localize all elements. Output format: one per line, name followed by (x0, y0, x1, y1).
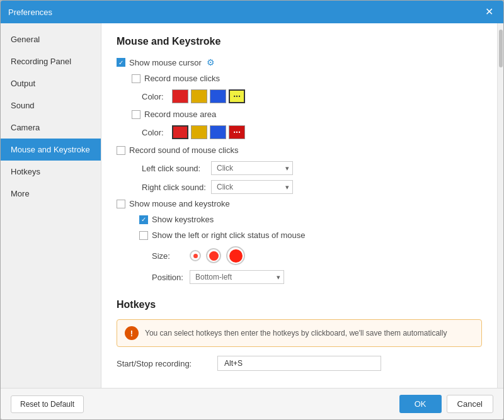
color-more-2[interactable]: ··· (229, 125, 245, 139)
show-keystrokes-checkbox[interactable] (139, 215, 148, 224)
right-click-sound-dropdown-wrapper: Click (211, 180, 293, 194)
left-click-sound-dropdown[interactable]: Click (211, 161, 293, 175)
show-keystrokes-label: Show keystrokes (152, 215, 214, 224)
size-small[interactable] (190, 250, 201, 261)
record-mouse-area-checkbox[interactable] (132, 110, 140, 119)
size-label: Size: (152, 251, 190, 261)
sidebar-item-camera[interactable]: Camera (1, 116, 101, 139)
record-mouse-clicks-row: Record mouse clicks (132, 74, 482, 83)
scrollbar-track[interactable] (497, 23, 503, 388)
show-mouse-keystroke-label: Show mouse and keystroke (129, 199, 230, 208)
color-swatch-blue-2[interactable] (210, 125, 226, 139)
hotkeys-section-title: Hotkeys (117, 299, 482, 310)
color-row-1: Color: ··· (142, 89, 482, 103)
sidebar-item-sound[interactable]: Sound (1, 94, 101, 116)
dialog-body: General Recording Panel Output Sound Cam… (1, 23, 503, 388)
right-click-sound-label: Right click sound: (142, 183, 211, 192)
position-label: Position: (152, 273, 190, 282)
close-button[interactable]: ✕ (483, 6, 496, 18)
left-click-sound-row: Left click sound: Click (142, 161, 482, 175)
show-keystrokes-row: Show keystrokes (139, 215, 482, 224)
show-lr-click-row: Show the left or right click status of m… (139, 230, 482, 240)
footer-right: OK Cancel (399, 395, 493, 413)
sidebar-item-hotkeys[interactable]: Hotkeys (1, 161, 101, 183)
scrollbar-thumb[interactable] (499, 30, 503, 67)
record-mouse-area-row: Record mouse area (132, 110, 482, 119)
main-scroll-area: Mouse and Keystroke Show mouse cursor ⚙ … (101, 23, 503, 388)
start-stop-row: Start/Stop recording: (117, 356, 482, 371)
color-swatch-yellow-2[interactable] (191, 125, 207, 139)
main-content: Mouse and Keystroke Show mouse cursor ⚙ … (101, 23, 497, 388)
color-more-1[interactable]: ··· (229, 89, 245, 103)
left-click-sound-label: Left click sound: (142, 164, 211, 173)
info-icon: ! (125, 326, 139, 340)
record-sound-checkbox[interactable] (117, 146, 125, 155)
show-mouse-cursor-checkbox[interactable] (117, 58, 125, 67)
color-swatch-blue-1[interactable] (210, 89, 226, 103)
position-dropdown[interactable]: Bottom-left Bottom-right Top-left Top-ri… (190, 270, 284, 284)
color-swatch-red-2[interactable] (172, 125, 188, 139)
hotkeys-section: Hotkeys ! You can select hotkeys then en… (117, 299, 482, 371)
show-lr-click-checkbox[interactable] (139, 231, 148, 240)
title-bar: Preferences ✕ (1, 1, 503, 23)
size-large[interactable] (226, 246, 245, 265)
right-click-sound-dropdown[interactable]: Click (211, 180, 293, 194)
dialog-footer: Reset to Default OK Cancel (1, 388, 503, 419)
sidebar-item-output[interactable]: Output (1, 72, 101, 94)
sidebar: General Recording Panel Output Sound Cam… (1, 23, 101, 388)
record-mouse-clicks-checkbox[interactable] (132, 74, 140, 83)
color-swatch-yellow-1[interactable] (191, 89, 207, 103)
start-stop-label: Start/Stop recording: (117, 359, 217, 368)
position-row: Position: Bottom-left Bottom-right Top-l… (152, 270, 482, 284)
hotkeys-info-text: You can select hotkeys then enter the ho… (145, 329, 447, 338)
position-dropdown-wrapper: Bottom-left Bottom-right Top-left Top-ri… (190, 270, 284, 284)
show-mouse-keystroke-checkbox[interactable] (117, 200, 125, 208)
ok-button[interactable]: OK (399, 395, 442, 413)
record-mouse-area-label: Record mouse area (144, 110, 216, 119)
color-row-2: Color: ··· (142, 125, 482, 139)
reset-button[interactable]: Reset to Default (11, 395, 84, 413)
color-label-2: Color: (142, 128, 167, 137)
size-row: Size: (152, 246, 482, 265)
color-swatch-red-1[interactable] (172, 89, 188, 103)
show-mouse-keystroke-row: Show mouse and keystroke (117, 199, 482, 208)
right-click-sound-row: Right click sound: Click (142, 180, 482, 194)
show-mouse-cursor-row: Show mouse cursor ⚙ (117, 57, 482, 67)
sidebar-item-general[interactable]: General (1, 28, 101, 50)
dialog-title: Preferences (8, 8, 52, 17)
record-sound-row: Record sound of mouse clicks (117, 145, 482, 155)
cancel-button[interactable]: Cancel (447, 395, 493, 413)
mouse-section-title: Mouse and Keystroke (117, 36, 482, 47)
left-click-sound-dropdown-wrapper: Click (211, 161, 293, 175)
sidebar-item-recording-panel[interactable]: Recording Panel (1, 50, 101, 72)
preferences-dialog: Preferences ✕ General Recording Panel Ou… (0, 0, 504, 420)
show-mouse-cursor-label: Show mouse cursor (129, 58, 202, 67)
hotkeys-info-box: ! You can select hotkeys then enter the … (117, 319, 482, 347)
size-medium[interactable] (206, 248, 221, 263)
sidebar-item-mouse-keystroke[interactable]: Mouse and Keystroke (1, 139, 101, 161)
show-lr-click-label: Show the left or right click status of m… (152, 230, 306, 240)
gear-icon[interactable]: ⚙ (207, 57, 215, 67)
start-stop-input[interactable] (217, 356, 381, 371)
sidebar-item-more[interactable]: More (1, 183, 101, 205)
color-label-1: Color: (142, 92, 167, 101)
record-sound-label: Record sound of mouse clicks (129, 145, 238, 155)
record-mouse-clicks-label: Record mouse clicks (144, 74, 220, 83)
